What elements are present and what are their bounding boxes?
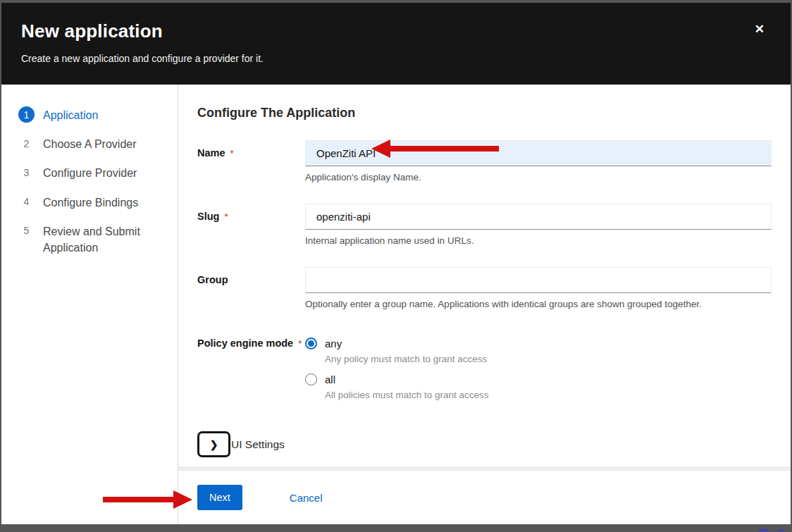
modal-body: 1 Application 2 Choose A Provider 3 Conf… bbox=[1, 85, 791, 524]
wizard-step-application[interactable]: 1 Application bbox=[18, 101, 168, 129]
group-field[interactable] bbox=[305, 267, 772, 293]
step-number: 2 bbox=[18, 135, 35, 151]
policy-engine-mode-label: Policy engine mode* bbox=[197, 330, 305, 400]
step-number: 4 bbox=[18, 194, 35, 210]
slug-label: Slug* bbox=[197, 204, 305, 246]
policy-mode-any-radio[interactable]: any bbox=[305, 338, 772, 349]
slug-helper-text: Internal application name used in URLs. bbox=[305, 235, 772, 246]
step-label: Configure Provider bbox=[43, 164, 137, 181]
policy-mode-any-helper: Any policy must match to grant access bbox=[325, 354, 772, 364]
modal-header: New application Create a new application… bbox=[1, 3, 791, 85]
step-number: 5 bbox=[18, 223, 35, 239]
name-form-row: Name* Application's display Name. bbox=[197, 140, 772, 183]
name-field[interactable] bbox=[305, 140, 772, 166]
slug-field[interactable] bbox=[305, 204, 772, 230]
wizard-step-configure-bindings[interactable]: 4 Configure Bindings bbox=[18, 188, 168, 216]
name-label: Name* bbox=[197, 140, 305, 183]
policy-mode-all-helper: All policies must match to grant access bbox=[325, 390, 772, 400]
cancel-link[interactable]: Cancel bbox=[290, 492, 323, 504]
next-button[interactable]: Next bbox=[197, 485, 242, 510]
name-helper-text: Application's display Name. bbox=[305, 172, 772, 183]
radio-unselected-icon bbox=[305, 373, 317, 385]
group-form-row: Group Optionally enter a group name. App… bbox=[197, 267, 772, 309]
chevron-right-icon[interactable]: ❯ bbox=[197, 431, 230, 457]
wizard-step-choose-provider[interactable]: 2 Choose A Provider bbox=[18, 130, 168, 158]
group-helper-text: Optionally enter a group name. Applicati… bbox=[305, 299, 772, 309]
step-label: Configure Bindings bbox=[43, 194, 138, 211]
policy-mode-all-radio[interactable]: all bbox=[305, 373, 772, 385]
radio-selected-icon bbox=[305, 338, 317, 349]
form-content: Configure The Application Name* Applicat… bbox=[178, 85, 791, 466]
ui-settings-expandable: ❯ UI Settings bbox=[197, 431, 772, 457]
required-asterisk: * bbox=[230, 148, 234, 159]
modal-footer: Next Cancel bbox=[178, 471, 791, 524]
background-page-fragment bbox=[759, 529, 769, 531]
background-page-fragment bbox=[779, 529, 784, 531]
step-number: 1 bbox=[18, 106, 35, 123]
wizard-step-configure-provider[interactable]: 3 Configure Provider bbox=[18, 159, 168, 187]
new-application-modal: New application Create a new application… bbox=[1, 3, 791, 524]
required-asterisk: * bbox=[224, 211, 228, 222]
close-icon[interactable]: ✕ bbox=[755, 23, 765, 35]
ui-settings-label: UI Settings bbox=[231, 438, 285, 451]
slug-form-row: Slug* Internal application name used in … bbox=[197, 204, 772, 246]
step-number: 3 bbox=[18, 164, 35, 180]
modal-title: New application bbox=[21, 20, 762, 42]
required-asterisk: * bbox=[298, 338, 302, 349]
policy-engine-mode-row: Policy engine mode* any Any policy must … bbox=[197, 330, 772, 400]
wizard-step-review-submit[interactable]: 5 Review and Submit Application bbox=[18, 217, 168, 261]
modal-description: Create a new application and configure a… bbox=[21, 53, 762, 64]
wizard-main-panel: Configure The Application Name* Applicat… bbox=[178, 85, 791, 524]
step-label: Choose A Provider bbox=[43, 135, 137, 152]
step-label: Application bbox=[43, 106, 98, 123]
wizard-step-nav: 1 Application 2 Choose A Provider 3 Conf… bbox=[1, 85, 178, 524]
group-label: Group bbox=[197, 267, 305, 309]
page-title: Configure The Application bbox=[197, 106, 772, 120]
step-label: Review and Submit Application bbox=[43, 223, 168, 256]
